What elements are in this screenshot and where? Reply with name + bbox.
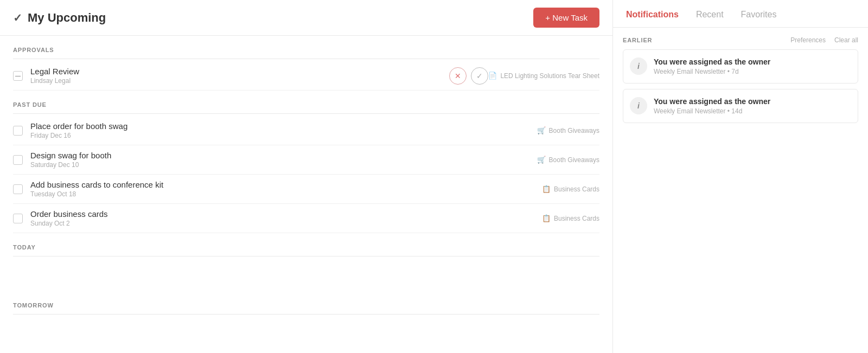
page-title-text: My Upcoming [28, 11, 106, 25]
notification-card-1[interactable]: i You were assigned as the owner Weekly … [623, 89, 858, 123]
task-info-2: Add business cards to conference kit Tue… [30, 180, 542, 198]
notifications-panel: Notifications Recent Favorites EARLIER P… [613, 0, 868, 353]
clear-all-link[interactable]: Clear all [834, 36, 858, 44]
tab-notifications[interactable]: Notifications [626, 10, 679, 20]
notif-desc-1: Weekly Email Newsletter • 14d [654, 107, 851, 115]
notif-icon-0: i [630, 57, 647, 75]
approval-row: Legal Review Lindsay Legal ✕ ✓ 📄 LED Lig… [13, 61, 599, 91]
task-checkbox-1[interactable] [13, 155, 23, 165]
approval-info: Legal Review Lindsay Legal [30, 67, 441, 85]
task-checkbox-3[interactable] [13, 214, 23, 223]
task-name-1: Design swag for booth [30, 151, 537, 160]
notif-body-0: You were assigned as the owner Weekly Em… [654, 57, 851, 75]
task-sub-0: Friday Dec 16 [30, 132, 537, 139]
task-meta-2: 📋 Business Cards [542, 185, 599, 193]
reject-button[interactable]: ✕ [449, 67, 467, 85]
task-meta-3: 📋 Business Cards [542, 214, 599, 222]
task-checkbox-0[interactable] [13, 126, 23, 136]
approval-checkbox[interactable] [13, 71, 23, 81]
approval-actions: ✕ ✓ [449, 67, 488, 85]
earlier-label: EARLIER [623, 37, 652, 43]
task-info-0: Place order for booth swag Friday Dec 16 [30, 121, 537, 139]
page-header: ✓ My Upcoming + New Task [0, 0, 612, 36]
notif-title-1: You were assigned as the owner [654, 97, 851, 106]
task-meta-icon-3: 📋 [542, 214, 551, 222]
task-info-3: Order business cards Sunday Oct 2 [30, 209, 542, 227]
tomorrow-empty [13, 317, 599, 349]
task-row: Place order for booth swag Friday Dec 16… [13, 116, 599, 145]
main-content: APPROVALS Legal Review Lindsay Legal ✕ ✓… [0, 36, 612, 353]
tomorrow-section-header: TOMORROW [13, 291, 599, 315]
approval-name: Legal Review [30, 67, 441, 76]
task-meta-1: 🛒 Booth Giveaways [537, 156, 599, 164]
task-meta-text-3: Business Cards [554, 215, 599, 222]
task-meta-text-1: Booth Giveaways [549, 156, 599, 164]
task-name-0: Place order for booth swag [30, 121, 537, 131]
approve-button[interactable]: ✓ [471, 67, 488, 85]
task-meta-icon-0: 🛒 [537, 126, 546, 134]
approval-sub: Lindsay Legal [30, 77, 441, 85]
main-panel: ✓ My Upcoming + New Task APPROVALS Legal… [0, 0, 613, 353]
past-due-section-header: PAST DUE [13, 91, 599, 114]
notif-desc-0: Weekly Email Newsletter • 7d [654, 68, 851, 75]
tab-recent[interactable]: Recent [696, 10, 724, 20]
task-info-1: Design swag for booth Saturday Dec 10 [30, 151, 537, 169]
task-meta-text-2: Business Cards [554, 185, 599, 193]
new-task-button[interactable]: + New Task [533, 8, 599, 28]
notification-card-0[interactable]: i You were assigned as the owner Weekly … [623, 49, 858, 84]
task-meta-icon-2: 📋 [542, 185, 551, 193]
earlier-section-header: EARLIER Preferences Clear all [623, 28, 858, 49]
task-meta-icon-1: 🛒 [537, 156, 546, 164]
notif-icon-1: i [630, 97, 647, 114]
task-row: Design swag for booth Saturday Dec 10 🛒 … [13, 145, 599, 175]
page-title: ✓ My Upcoming [13, 11, 106, 25]
approval-meta: 📄 LED Lighting Solutions Tear Sheet [488, 72, 599, 80]
notif-title-0: You were assigned as the owner [654, 57, 851, 66]
task-name-3: Order business cards [30, 209, 542, 219]
notif-body-1: You were assigned as the owner Weekly Em… [654, 97, 851, 115]
today-section-header: TODAY [13, 233, 599, 256]
approval-meta-icon: 📄 [488, 72, 497, 80]
approvals-section-header: APPROVALS [13, 36, 599, 59]
notif-section-actions: Preferences Clear all [790, 36, 858, 44]
task-sub-1: Saturday Dec 10 [30, 161, 537, 169]
task-sub-2: Tuesday Oct 18 [30, 190, 542, 198]
today-empty [13, 259, 599, 291]
task-name-2: Add business cards to conference kit [30, 180, 542, 189]
task-meta-text-0: Booth Giveaways [549, 127, 599, 134]
tab-favorites[interactable]: Favorites [741, 10, 777, 20]
notifications-header: Notifications Recent Favorites [613, 0, 868, 28]
task-checkbox-2[interactable] [13, 184, 23, 194]
approval-meta-text: LED Lighting Solutions Tear Sheet [500, 72, 599, 80]
task-row: Add business cards to conference kit Tue… [13, 175, 599, 204]
check-icon: ✓ [13, 11, 22, 24]
task-row: Order business cards Sunday Oct 2 📋 Busi… [13, 204, 599, 233]
task-sub-3: Sunday Oct 2 [30, 220, 542, 227]
task-meta-0: 🛒 Booth Giveaways [537, 126, 599, 134]
notifications-content: EARLIER Preferences Clear all i You were… [613, 28, 868, 353]
preferences-link[interactable]: Preferences [790, 36, 826, 44]
